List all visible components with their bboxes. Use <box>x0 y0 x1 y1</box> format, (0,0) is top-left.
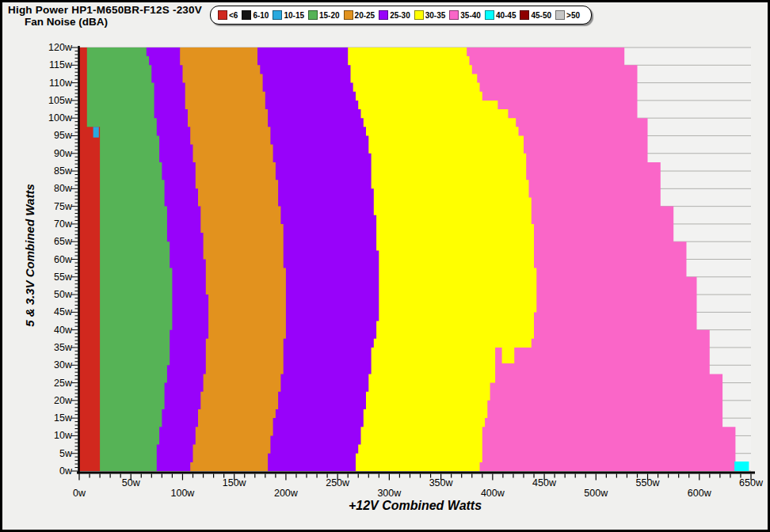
contour-plot <box>2 2 770 532</box>
contour-patch-30-35 <box>502 344 515 364</box>
y-tick-label: 40w <box>39 325 72 336</box>
y-tick-label: 85w <box>39 165 72 177</box>
y-tick-label: 35w <box>39 342 72 353</box>
y-tick-label: 20w <box>39 395 72 406</box>
y-axis-title: 5 & 3.3V Combined Watts <box>23 137 36 374</box>
y-tick-label: 65w <box>39 236 72 247</box>
x-tick-label: 250w <box>317 477 358 488</box>
x-tick-label: 400w <box>472 488 513 499</box>
y-tick-label: 30w <box>39 359 72 370</box>
y-tick-label: 90w <box>39 148 72 159</box>
y-tick-label: 60w <box>39 254 72 265</box>
x-axis-title: +12V Combined Watts <box>296 499 534 513</box>
x-tick-label: 300w <box>368 488 410 499</box>
y-tick-label: 75w <box>39 201 72 212</box>
y-tick-label: 50w <box>39 289 72 300</box>
y-tick-label: 70w <box>39 218 72 230</box>
y-tick-label: 10w <box>39 430 72 441</box>
x-tick-label: 350w <box>421 477 462 488</box>
y-tick-label: 100w <box>39 112 72 124</box>
contour-patch-40-45 <box>734 462 749 471</box>
x-tick-label: 100w <box>162 488 203 499</box>
x-tick-label: 450w <box>524 477 565 488</box>
x-tick-label: 500w <box>575 488 616 499</box>
x-tick-label: 200w <box>265 488 307 499</box>
y-tick-label: 0w <box>39 466 72 477</box>
x-tick-label: 650w <box>730 477 770 488</box>
x-tick-label: 600w <box>679 488 720 499</box>
x-tick-label: 550w <box>627 477 669 488</box>
y-tick-label: 45w <box>39 306 72 317</box>
y-tick-label: 115w <box>39 59 72 70</box>
y-tick-label: 5w <box>39 448 72 459</box>
y-tick-label: 95w <box>39 130 72 141</box>
y-tick-label: 105w <box>39 95 72 106</box>
y-tick-label: 25w <box>39 378 72 389</box>
figure: High Power HP1-M650BR-F12S -230V Fan Noi… <box>0 0 770 532</box>
y-tick-label: 15w <box>39 412 72 424</box>
y-tick-label: 110w <box>39 78 72 89</box>
y-tick-label: 80w <box>39 183 72 194</box>
y-tick-label: 120w <box>39 42 72 53</box>
x-tick-label: 0w <box>59 488 100 499</box>
x-tick-label: 50w <box>110 477 151 488</box>
contour-patch-10-15 <box>93 127 99 137</box>
x-tick-label: 150w <box>214 477 255 488</box>
y-tick-label: 55w <box>39 272 72 283</box>
